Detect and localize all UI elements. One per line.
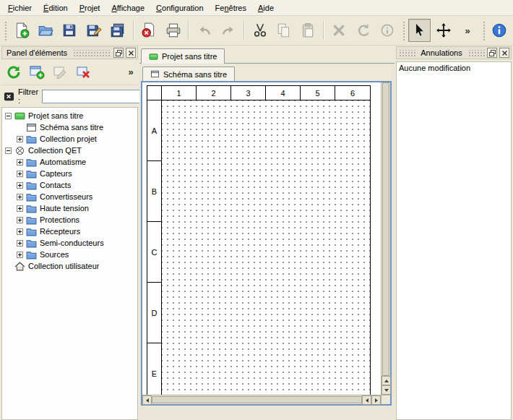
about-button[interactable]: [488, 19, 511, 42]
tree-expander[interactable]: [17, 217, 23, 223]
undo-button[interactable]: [193, 19, 215, 42]
vertical-scrollbar[interactable]: [381, 82, 390, 395]
tree-item[interactable]: Collection utilisateur: [2, 260, 137, 272]
menu-configuration[interactable]: Configuration: [150, 1, 209, 14]
tree-expander[interactable]: [17, 171, 23, 177]
elements-panel-title: Panel d'éléments: [4, 48, 70, 57]
tab-schema[interactable]: Schéma sans titre: [142, 67, 235, 81]
arrow-right-icon: [375, 398, 378, 403]
tree-item[interactable]: Capteurs: [2, 168, 137, 179]
float-dock-button[interactable]: [487, 48, 497, 58]
select-tool-button[interactable]: [408, 19, 431, 42]
new-file-button[interactable]: [10, 19, 33, 42]
tree-item-label: Protections: [40, 215, 79, 224]
menu-edition[interactable]: Édition: [38, 1, 74, 14]
save-button[interactable]: [59, 19, 81, 42]
tree-expander[interactable]: [17, 136, 23, 142]
tree-expander[interactable]: [17, 252, 23, 258]
diagram-viewport[interactable]: 123456 ABCDE: [142, 82, 381, 395]
diagram-grid[interactable]: [162, 100, 370, 395]
tree-expander[interactable]: [5, 113, 12, 119]
tree-expander[interactable]: [17, 228, 23, 235]
cut-button[interactable]: [249, 19, 271, 42]
tree-item[interactable]: Récepteurs: [2, 226, 137, 237]
tree-item[interactable]: Collection QET: [2, 145, 137, 156]
undo-list-item[interactable]: Aucune modification: [397, 62, 511, 74]
tree-item[interactable]: Schéma sans titre: [2, 121, 137, 133]
save-as-button[interactable]: [82, 19, 105, 42]
scroll-down-button[interactable]: [381, 385, 391, 395]
tree-item[interactable]: Collection projet: [2, 133, 137, 145]
toolbar-handle: [402, 20, 405, 40]
menu-projet[interactable]: Projet: [74, 1, 106, 14]
tree-expander[interactable]: [17, 182, 23, 189]
tree-expander[interactable]: [17, 205, 23, 212]
close-dock-button[interactable]: [126, 48, 136, 58]
column-header: 2: [197, 86, 231, 100]
tree-item[interactable]: Automatisme: [2, 156, 137, 168]
vertical-scroll-thumb[interactable]: [382, 82, 389, 376]
tree-item[interactable]: Convertisseurs: [2, 191, 137, 202]
undo-panel-titlebar[interactable]: Annulations: [396, 46, 512, 59]
float-dock-button[interactable]: [113, 48, 124, 58]
conductor-info-button[interactable]: [376, 19, 398, 42]
tree-item[interactable]: Haute tension: [2, 202, 137, 214]
copy-button[interactable]: [272, 19, 295, 42]
scroll-up-button[interactable]: [381, 376, 391, 385]
paper-corner: [147, 86, 162, 100]
element-edit-icon: [52, 64, 68, 80]
menu-aide[interactable]: Aide: [252, 1, 280, 14]
tools-overflow-button[interactable]: »: [456, 19, 478, 42]
paste-button[interactable]: [297, 19, 319, 42]
schema-tab-bar: Schéma sans titre: [141, 65, 392, 81]
reload-collections-button[interactable]: [3, 61, 25, 83]
horizontal-scrollbar[interactable]: [142, 395, 381, 404]
scroll-left-button[interactable]: [142, 395, 152, 405]
tree-item[interactable]: Contacts: [2, 179, 137, 191]
close-file-button[interactable]: [138, 19, 160, 42]
tab-project[interactable]: Projet sans titre: [141, 48, 225, 64]
edit-element-button[interactable]: [49, 61, 71, 83]
elements-panel-titlebar[interactable]: Panel d'éléments: [1, 46, 138, 59]
panel-overflow-button[interactable]: »: [125, 61, 137, 83]
open-file-button[interactable]: [34, 19, 56, 42]
delete-element-button[interactable]: [72, 61, 94, 83]
menu-affichage[interactable]: Affichage: [105, 1, 150, 14]
menu-fenetres[interactable]: Fenêtres: [210, 1, 252, 14]
tree-expander[interactable]: [17, 159, 23, 166]
row-header: A: [147, 100, 162, 161]
tree-expander[interactable]: [17, 194, 23, 200]
tree-item[interactable]: Protections: [2, 214, 137, 226]
select-arrow-icon: [411, 22, 427, 38]
info-blue-icon: [491, 22, 507, 38]
scroll-left-button-2[interactable]: [362, 395, 371, 405]
folder-blue-icon: [26, 134, 37, 144]
save-all-button[interactable]: [106, 19, 129, 42]
element-new-icon: [29, 64, 45, 80]
print-button[interactable]: [162, 19, 184, 42]
tree-item[interactable]: Semi-conducteurs: [2, 237, 137, 249]
menu-fichier[interactable]: Fichier: [2, 1, 38, 14]
row-header: D: [147, 283, 162, 343]
delete-button[interactable]: [328, 19, 350, 42]
main-toolbar: »: [0, 16, 513, 46]
tree-item[interactable]: Projet sans titre: [2, 110, 137, 121]
scroll-right-button[interactable]: [371, 395, 381, 405]
new-element-button[interactable]: [26, 61, 48, 83]
tree-expander[interactable]: [5, 147, 12, 154]
tree-expander[interactable]: [17, 240, 23, 247]
undo-panel-title: Annulations: [418, 48, 465, 57]
clear-filter-button[interactable]: [4, 90, 14, 103]
tree-item[interactable]: Sources: [2, 249, 137, 260]
filter-input[interactable]: [42, 90, 150, 103]
filter-row: Filtrer :: [1, 85, 138, 107]
pan-tool-button[interactable]: [432, 19, 454, 42]
horizontal-scroll-thumb[interactable]: [152, 396, 362, 403]
rotate-button[interactable]: [352, 19, 374, 42]
panel-toolbar: »: [1, 59, 138, 85]
redo-button[interactable]: [217, 19, 240, 42]
elements-panel-dock: Panel d'éléments » Filtrer :: [0, 46, 139, 420]
column-header: 6: [335, 86, 370, 100]
close-dock-button[interactable]: [499, 48, 509, 58]
tree-item-label: Collection projet: [40, 134, 97, 143]
